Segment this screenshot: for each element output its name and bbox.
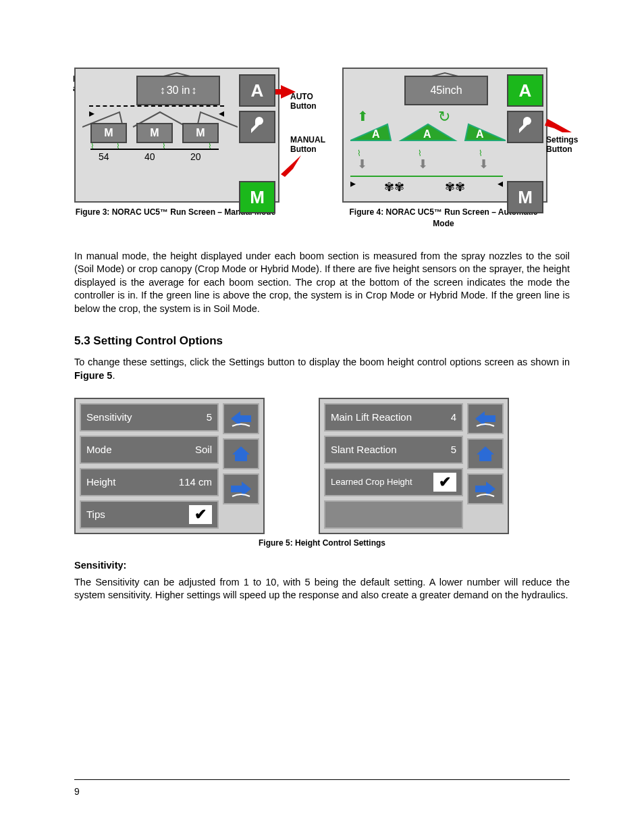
setting-row[interactable]: Sensitivity 5 <box>80 403 219 432</box>
setting-row[interactable]: Height 114 cm <box>80 468 219 496</box>
plant-icon: ✾✾ <box>384 180 403 193</box>
manual-button[interactable]: M <box>239 181 275 213</box>
settings-panel-left: Sensitivity 5 Mode Soil Height 114 cm Ti… <box>74 398 265 534</box>
arrow-right-icon <box>474 480 497 498</box>
target-height-box: ↕ 30 in ↕ <box>136 76 220 105</box>
figure-caption: Figure 5: Height Control Settings <box>74 538 570 548</box>
callout-arrow-icon <box>545 115 572 132</box>
paragraph: In manual mode, the height displayed und… <box>74 250 570 316</box>
svg-text:A: A <box>476 128 484 140</box>
annotation-manual: MANUAL Button <box>290 135 325 155</box>
boom-section: M <box>182 123 219 143</box>
down-arrow-icon: ⬇ <box>479 157 489 172</box>
crop-line: ▸◂ <box>350 176 503 190</box>
svg-marker-2 <box>281 155 301 177</box>
setting-value: 4 <box>451 411 456 423</box>
setting-value: 5 <box>451 444 456 455</box>
checkmark-icon: ✔ <box>189 505 212 524</box>
svg-marker-11 <box>232 446 250 461</box>
setting-label: Mode <box>86 444 112 455</box>
next-page-button[interactable] <box>467 473 504 504</box>
annotation-settings: Settings Button <box>546 135 578 155</box>
paragraph: The Sensitivity can be adjusted from 1 t… <box>74 576 570 602</box>
manual-button[interactable]: M <box>507 181 543 213</box>
svg-marker-1 <box>275 85 296 99</box>
arrow-right-icon <box>230 480 252 498</box>
prev-page-button[interactable] <box>467 403 504 434</box>
svg-text:A: A <box>423 128 431 140</box>
page-number: 9 <box>74 786 80 797</box>
setting-row[interactable]: Tips ✔ <box>80 500 219 529</box>
ground-line <box>90 149 219 150</box>
target-height-box: 45inch <box>404 76 488 105</box>
setting-value: Soil <box>195 444 212 455</box>
home-button[interactable] <box>467 438 504 469</box>
setting-label: Slant Reaction <box>331 444 397 455</box>
svg-marker-9 <box>545 119 572 132</box>
auto-button[interactable]: A <box>507 74 543 107</box>
callout-arrow-icon <box>277 155 301 180</box>
auto-button[interactable]: A <box>239 74 275 107</box>
boom-outline-auto-icon: A A A <box>350 119 506 143</box>
home-button[interactable] <box>223 438 259 469</box>
section-height: 54 <box>99 151 109 162</box>
settings-button[interactable] <box>507 111 543 143</box>
paragraph: To change these settings, click the Sett… <box>74 356 570 382</box>
settings-button[interactable] <box>239 111 275 143</box>
setting-label: Learned Crop Height <box>331 477 412 487</box>
boom-section: M <box>136 123 173 143</box>
plant-icon: ✾✾ <box>445 180 464 193</box>
setting-value: 114 cm <box>179 476 212 488</box>
checkmark-icon: ✔ <box>433 473 456 492</box>
prev-page-button[interactable] <box>223 403 259 434</box>
setting-row[interactable]: Slant Reaction 5 <box>324 436 463 464</box>
home-icon <box>475 445 495 463</box>
subheading-sensitivity: Sensitivity: <box>74 560 570 571</box>
section-height: 40 <box>144 151 155 162</box>
setting-label: Height <box>86 476 115 488</box>
svg-marker-5 <box>465 124 506 140</box>
footer-rule <box>74 779 570 780</box>
svg-marker-3 <box>350 124 391 140</box>
boom-section: M <box>90 123 127 143</box>
svg-marker-14 <box>477 446 494 461</box>
setting-row-empty <box>324 500 463 529</box>
svg-text:A: A <box>372 128 380 140</box>
setting-row[interactable]: Main Lift Reaction 4 <box>324 403 463 432</box>
setting-label: Main Lift Reaction <box>331 411 412 423</box>
settings-panel-right: Main Lift Reaction 4 Slant Reaction 5 Le… <box>319 398 509 534</box>
section-height: 20 <box>190 151 201 162</box>
arrow-left-icon <box>230 410 252 427</box>
home-icon <box>231 445 251 463</box>
wrench-icon <box>247 117 267 137</box>
down-arrow-icon: ⬇ <box>357 157 367 172</box>
setting-label: Sensitivity <box>86 411 132 423</box>
target-height-value: 45inch <box>430 84 462 97</box>
target-height-value: 30 in <box>167 84 190 97</box>
run-screen-auto: 45inch ⬆ ↻ A A A ⌇ ⌇ ⌇ ⬇ ⬇ ⬇ ▸◂ <box>342 68 547 203</box>
wrench-icon <box>515 117 535 137</box>
arrow-left-icon <box>474 410 497 427</box>
down-arrow-icon: ⬇ <box>418 157 428 172</box>
setting-label: Tips <box>86 509 105 520</box>
setting-value: 5 <box>207 411 212 423</box>
setting-row[interactable]: Mode Soil <box>80 436 219 464</box>
setting-row[interactable]: Learned Crop Height ✔ <box>324 468 463 496</box>
next-page-button[interactable] <box>223 473 259 504</box>
section-heading: 5.3 Setting Control Options <box>74 334 570 348</box>
callout-arrow-icon <box>275 85 296 99</box>
run-screen-manual: ↕ 30 in ↕ ▸◂ M M M ⌇ ⌇ ⌇ ⌇ 54 <box>74 68 279 203</box>
